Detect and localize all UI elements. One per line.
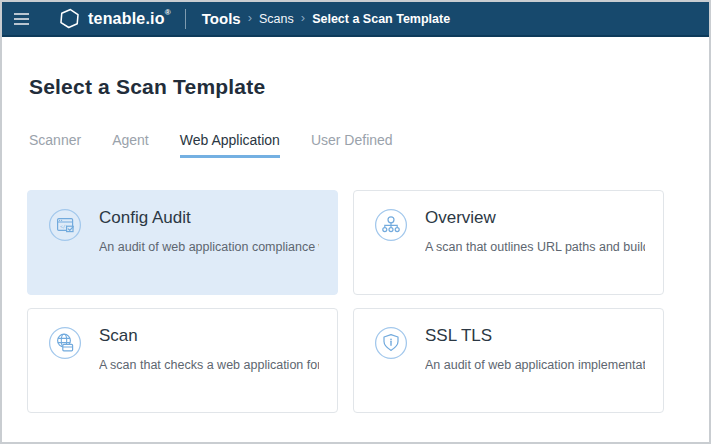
- page-title: Select a Scan Template: [29, 75, 709, 99]
- template-description: An audit of web application implementati…: [425, 358, 645, 372]
- template-name: SSL TLS: [425, 326, 645, 346]
- template-name: Config Audit: [99, 208, 319, 228]
- tab-agent[interactable]: Agent: [112, 132, 149, 158]
- template-cards-grid: </> Config Audit An audit of web applica…: [27, 190, 664, 413]
- template-description: An audit of web application compliance w…: [99, 240, 319, 254]
- breadcrumb-separator: ›: [248, 10, 252, 25]
- template-name: Scan: [99, 326, 319, 346]
- tab-scanner[interactable]: Scanner: [29, 132, 81, 158]
- breadcrumb-current: Select a Scan Template: [312, 12, 450, 26]
- card-body: Config Audit An audit of web application…: [99, 206, 319, 294]
- breadcrumb-separator: ›: [301, 10, 305, 25]
- template-card-config-audit[interactable]: </> Config Audit An audit of web applica…: [27, 190, 338, 295]
- sitemap-icon: [374, 208, 408, 294]
- navbar-divider: [185, 9, 186, 29]
- registered-mark: ®: [165, 8, 171, 17]
- breadcrumb: Tools › Scans › Select a Scan Template: [202, 10, 450, 27]
- tab-web-application[interactable]: Web Application: [180, 132, 280, 158]
- template-category-tabs: Scanner Agent Web Application User Defin…: [29, 132, 709, 158]
- tab-user-defined[interactable]: User Defined: [311, 132, 393, 158]
- tenable-hexagon-icon: [58, 7, 81, 30]
- template-description: A scan that checks a web application for…: [99, 358, 319, 372]
- brand-name: tenable.io®: [88, 10, 171, 28]
- template-description: A scan that outlines URL paths and build…: [425, 240, 645, 254]
- config-audit-icon: </>: [48, 208, 82, 294]
- breadcrumb-scans[interactable]: Scans: [259, 12, 294, 26]
- brand-logo[interactable]: tenable.io®: [58, 7, 171, 30]
- hamburger-menu-icon[interactable]: [2, 2, 40, 35]
- template-name: Overview: [425, 208, 645, 228]
- card-body: SSL TLS An audit of web application impl…: [425, 324, 645, 412]
- shield-alert-icon: [374, 326, 408, 412]
- main-content: Select a Scan Template Scanner Agent Web…: [2, 37, 709, 158]
- app-window: tenable.io® Tools › Scans › Select a Sca…: [0, 0, 711, 444]
- template-card-overview[interactable]: Overview A scan that outlines URL paths …: [353, 190, 664, 295]
- template-card-scan[interactable]: Scan A scan that checks a web applicatio…: [27, 308, 338, 413]
- template-card-ssl-tls[interactable]: SSL TLS An audit of web application impl…: [353, 308, 664, 413]
- card-body: Overview A scan that outlines URL paths …: [425, 206, 645, 294]
- breadcrumb-root[interactable]: Tools: [202, 10, 241, 27]
- card-body: Scan A scan that checks a web applicatio…: [99, 324, 319, 412]
- globe-scan-icon: [48, 326, 82, 412]
- top-navbar: tenable.io® Tools › Scans › Select a Sca…: [2, 2, 709, 37]
